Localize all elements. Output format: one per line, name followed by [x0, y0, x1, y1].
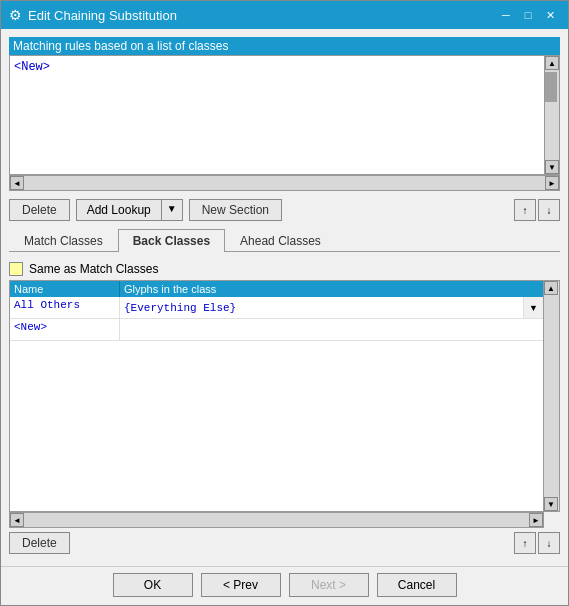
- bottom-hscroll-bar: ◄ ►: [9, 512, 544, 528]
- title-controls: ─ □ ✕: [496, 6, 560, 24]
- rules-textarea[interactable]: <New>: [9, 55, 544, 175]
- toolbar-up-btn[interactable]: ↑: [514, 199, 536, 221]
- td-glyphs-1: [120, 319, 543, 340]
- rules-hscrollbar: ◄ ►: [9, 175, 560, 191]
- title-bar-left: ⚙ Edit Chaining Substitution: [9, 7, 177, 23]
- same-as-label: Same as Match Classes: [29, 262, 158, 276]
- scroll-up-btn[interactable]: ▲: [545, 56, 559, 70]
- add-lookup-arrow[interactable]: ▼: [161, 199, 183, 221]
- table-area: Name Glyphs in the class All Others {Eve…: [9, 280, 544, 512]
- table-scroll-track: [544, 295, 559, 497]
- toolbar-down-btn[interactable]: ↓: [538, 199, 560, 221]
- bottom-hscroll: ◄ ►: [9, 512, 560, 528]
- rules-scrollbar-v: ▲ ▼: [544, 55, 560, 175]
- td-name-1: <New>: [10, 319, 120, 340]
- scroll-down-btn[interactable]: ▼: [545, 160, 559, 174]
- hscroll-corner: [544, 512, 560, 528]
- table-container: Name Glyphs in the class All Others {Eve…: [9, 280, 560, 512]
- window-icon: ⚙: [9, 7, 22, 23]
- classes-up-btn[interactable]: ↑: [514, 532, 536, 554]
- tabs-row: Match Classes Back Classes Ahead Classes: [9, 229, 560, 252]
- prev-button[interactable]: < Prev: [201, 573, 281, 597]
- table-scroll-up-btn[interactable]: ▲: [544, 281, 558, 295]
- footer: OK < Prev Next > Cancel: [1, 566, 568, 605]
- hscroll-track: [24, 176, 545, 190]
- maximize-button[interactable]: □: [518, 6, 538, 24]
- main-content: Matching rules based on a list of classe…: [1, 29, 568, 566]
- th-glyphs: Glyphs in the class: [120, 281, 543, 297]
- classes-delete-button[interactable]: Delete: [9, 532, 70, 554]
- new-section-button[interactable]: New Section: [189, 199, 282, 221]
- th-name: Name: [10, 281, 120, 297]
- add-lookup-dropdown: Add Lookup ▼: [76, 199, 183, 221]
- minimize-button[interactable]: ─: [496, 6, 516, 24]
- rules-area-container: <New> ▲ ▼: [9, 55, 560, 175]
- ok-button[interactable]: OK: [113, 573, 193, 597]
- cancel-button[interactable]: Cancel: [377, 573, 457, 597]
- tab-match[interactable]: Match Classes: [9, 229, 118, 252]
- bottom-hscroll-left[interactable]: ◄: [10, 513, 24, 527]
- td-name-0: All Others: [10, 297, 120, 318]
- same-as-row: Same as Match Classes: [9, 256, 560, 280]
- title-bar: ⚙ Edit Chaining Substitution ─ □ ✕: [1, 1, 568, 29]
- classes-section: Same as Match Classes Name Glyphs in the…: [9, 256, 560, 558]
- hscroll-right-btn[interactable]: ►: [545, 176, 559, 190]
- scroll-track: [545, 70, 559, 160]
- next-button[interactable]: Next >: [289, 573, 369, 597]
- window-title: Edit Chaining Substitution: [28, 8, 177, 23]
- table-body: All Others {Everything Else} ▼ <New>: [10, 297, 543, 511]
- add-lookup-button[interactable]: Add Lookup: [76, 199, 161, 221]
- bottom-toolbar: Delete ↑ ↓: [9, 528, 560, 558]
- table-row[interactable]: <New>: [10, 319, 543, 341]
- main-window: ⚙ Edit Chaining Substitution ─ □ ✕ Match…: [0, 0, 569, 606]
- table-row[interactable]: All Others {Everything Else} ▼: [10, 297, 543, 319]
- td-dropdown-0[interactable]: ▼: [523, 297, 543, 318]
- rules-header: Matching rules based on a list of classe…: [9, 37, 560, 55]
- hscroll-left-btn[interactable]: ◄: [10, 176, 24, 190]
- same-as-checkbox[interactable]: [9, 262, 23, 276]
- tab-back[interactable]: Back Classes: [118, 229, 225, 252]
- scroll-thumb[interactable]: [545, 72, 557, 102]
- bottom-arrow-btns: ↑ ↓: [514, 532, 560, 554]
- classes-down-btn[interactable]: ↓: [538, 532, 560, 554]
- table-header: Name Glyphs in the class: [10, 281, 543, 297]
- bottom-hscroll-track: [24, 513, 529, 527]
- toolbar-arrow-btns: ↑ ↓: [514, 199, 560, 221]
- table-scroll-down-btn[interactable]: ▼: [544, 497, 558, 511]
- rules-section: Matching rules based on a list of classe…: [9, 37, 560, 191]
- delete-button[interactable]: Delete: [9, 199, 70, 221]
- tab-ahead[interactable]: Ahead Classes: [225, 229, 336, 252]
- bottom-hscroll-right[interactable]: ►: [529, 513, 543, 527]
- close-button[interactable]: ✕: [540, 6, 560, 24]
- table-scrollbar-v: ▲ ▼: [544, 280, 560, 512]
- toolbar-row: Delete Add Lookup ▼ New Section ↑ ↓: [9, 195, 560, 225]
- td-glyphs-0: {Everything Else}: [120, 297, 523, 318]
